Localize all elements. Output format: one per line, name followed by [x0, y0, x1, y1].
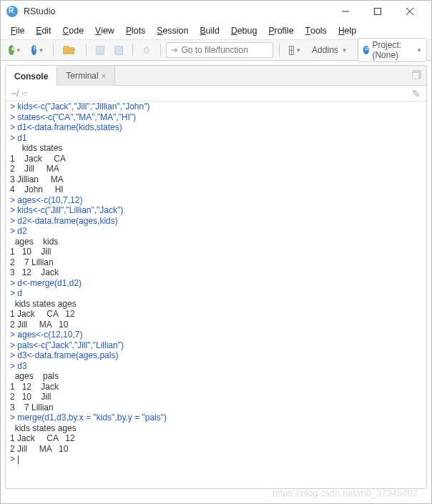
- console-line: ages kids: [10, 237, 422, 247]
- window-title: RStudio: [24, 6, 329, 16]
- save-button[interactable]: [92, 42, 108, 58]
- console-line: 1 12 Jack: [10, 382, 422, 392]
- console-line: > states<-c("CA","MA","MA","HI"): [10, 112, 422, 123]
- close-button[interactable]: [393, 1, 426, 21]
- menu-profile[interactable]: Profile: [262, 24, 299, 38]
- separator: [86, 44, 87, 56]
- svg-rect-1: [374, 9, 381, 15]
- separator: [160, 44, 161, 56]
- menu-build[interactable]: Build: [195, 24, 225, 38]
- console-line: 2 Jill MA: [10, 164, 422, 174]
- console-line: > d2<-data.frame(ages,kids): [10, 216, 422, 227]
- console-line: 2 Jill MA 10: [10, 444, 422, 455]
- tab-console-label: Console: [14, 71, 48, 81]
- chevron-down-icon: ▼: [38, 47, 44, 54]
- console-line: 2 7 Lillian: [10, 257, 422, 268]
- console-line: > pals<-c("Jack","Jill","Lillian"): [10, 340, 422, 351]
- console-line: > kids<-c("Jack","Jill","Jillian","John"…: [10, 102, 422, 112]
- grid-icon: [289, 46, 294, 55]
- menu-edit[interactable]: Edit: [30, 24, 57, 38]
- main-toolbar: ▼ ▼ ▼ ⎙ ➔ ▼ Addins▼ Project: (None) ▼: [1, 39, 431, 61]
- console-line: 3 7 Lillian: [10, 402, 422, 413]
- save-all-icon: [114, 46, 123, 55]
- menu-session[interactable]: Session: [151, 24, 194, 38]
- console-line: > kids<-c("Jill","Lillian","Jack"): [10, 205, 422, 216]
- console-prompt[interactable]: >: [10, 454, 422, 465]
- folder-open-icon: [63, 46, 69, 54]
- separator: [279, 44, 280, 56]
- pane-popout-button[interactable]: [412, 69, 422, 81]
- chevron-down-icon: ▼: [342, 47, 348, 54]
- separator: [132, 44, 133, 56]
- goto-arrow-icon: ➔: [171, 45, 178, 55]
- console-line: 3 12 Jack: [10, 267, 422, 278]
- console-line: kids states ages: [10, 423, 422, 434]
- tab-console[interactable]: Console: [6, 66, 57, 86]
- console-line: 2 10 Jill: [10, 392, 422, 402]
- go-to-file-function[interactable]: ➔: [166, 42, 273, 58]
- tab-terminal-label: Terminal: [66, 71, 98, 81]
- save-all-button[interactable]: [111, 42, 127, 58]
- close-tab-icon[interactable]: ×: [102, 71, 106, 80]
- new-file-button[interactable]: ▼: [5, 42, 25, 58]
- console-line: 1 10 Jill: [10, 247, 422, 257]
- console-line: 1 Jack CA 12: [10, 309, 422, 320]
- menu-bar: File Edit Code View Plots Session Build …: [1, 22, 431, 39]
- svg-rect-5: [412, 72, 419, 79]
- chevron-down-icon: ▼: [295, 47, 301, 54]
- console-line: 2 Jill MA 10: [10, 320, 422, 330]
- console-line: > d1<-data.frame(kids,states): [10, 122, 422, 133]
- r-project-icon: [31, 45, 37, 55]
- maximize-button[interactable]: [361, 1, 393, 21]
- pane-tab-bar: Console Terminal×: [6, 66, 426, 86]
- console-line: > d3<-data.frame(ages,pals): [10, 350, 422, 361]
- console-line: > d1: [10, 133, 422, 144]
- menu-view[interactable]: View: [89, 24, 120, 38]
- tab-terminal[interactable]: Terminal×: [57, 66, 115, 86]
- new-project-button[interactable]: ▼: [28, 42, 48, 58]
- menu-help[interactable]: Help: [333, 24, 362, 38]
- chevron-down-icon: ▼: [416, 47, 422, 54]
- console-line: > d<-merge(d1,d2): [10, 278, 422, 289]
- rstudio-logo-icon: [6, 6, 18, 17]
- console-line: > d: [10, 288, 422, 299]
- workspace-panes-button[interactable]: ▼: [285, 42, 305, 58]
- save-icon: [96, 46, 104, 55]
- menu-plots[interactable]: Plots: [120, 24, 151, 38]
- addins-menu[interactable]: Addins▼: [308, 45, 352, 55]
- project-label: Project: (None): [372, 40, 412, 60]
- menu-code[interactable]: Code: [57, 24, 90, 38]
- watermark: https://blog.csdn.net/m0_37345402: [273, 488, 418, 498]
- console-line: 4 John HI: [10, 184, 422, 195]
- separator: [53, 44, 54, 56]
- print-button[interactable]: ⎙: [139, 42, 154, 58]
- console-pane: Console Terminal× ~/ ➪ ✎ > kids<-c("Jack…: [5, 65, 427, 489]
- addins-label: Addins: [312, 45, 338, 55]
- console-line: > ages<-c(12,10,7): [10, 330, 422, 340]
- working-dir: ~/: [11, 89, 19, 99]
- menu-debug[interactable]: Debug: [225, 24, 262, 38]
- plus-icon: [9, 45, 14, 55]
- console-line: > d3: [10, 361, 422, 372]
- console-output[interactable]: > kids<-c("Jack","Jill","Jillian","John"…: [6, 102, 426, 488]
- console-line: kids states: [10, 143, 422, 154]
- console-line: > ages<-c(10,7,12): [10, 195, 422, 206]
- minimize-button[interactable]: [329, 1, 361, 21]
- window-titlebar: RStudio: [1, 1, 431, 22]
- r-project-icon: [363, 46, 368, 54]
- clear-console-button[interactable]: ✎: [412, 88, 421, 99]
- console-line: > merge(d1,d3,by.x = "kids",by.y = "pals…: [10, 412, 422, 423]
- console-line: 1 Jack CA 12: [10, 433, 422, 444]
- project-menu[interactable]: Project: (None) ▼: [358, 38, 427, 62]
- console-sub-bar: ~/ ➪ ✎: [6, 86, 426, 102]
- console-line: > d2: [10, 226, 422, 237]
- goto-dir-icon[interactable]: ➪: [21, 89, 29, 99]
- console-line: kids states ages: [10, 299, 422, 310]
- open-file-button[interactable]: ▼: [59, 42, 80, 58]
- console-line: 3 Jillian MA: [10, 174, 422, 185]
- chevron-down-icon: ▼: [16, 47, 21, 54]
- go-to-input[interactable]: [181, 45, 260, 55]
- console-line: 1 Jack CA: [10, 154, 422, 164]
- menu-file[interactable]: File: [5, 24, 30, 38]
- menu-tools[interactable]: Tools: [300, 24, 333, 38]
